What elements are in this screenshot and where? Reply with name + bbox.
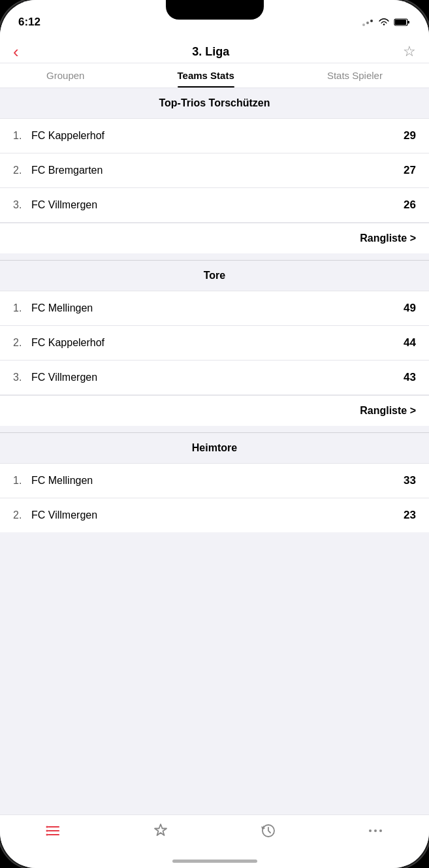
svg-point-0 [362, 24, 365, 26]
rangliste-row[interactable]: Rangliste > [0, 223, 429, 253]
nav-header: ‹ 3. Liga ☆ [0, 35, 429, 63]
svg-point-1 [366, 22, 369, 24]
rangliste-row[interactable]: Rangliste > [0, 395, 429, 426]
team-name: FC Villmergen [31, 199, 404, 211]
stat-value: 33 [404, 474, 416, 487]
bottom-tab-favorites[interactable] [141, 822, 180, 840]
svg-point-2 [370, 20, 373, 22]
svg-rect-5 [395, 20, 406, 25]
rank: 2. [13, 165, 31, 176]
rangliste-link[interactable]: Rangliste > [360, 233, 416, 244]
table-row[interactable]: 2. FC Bremgarten 27 [0, 153, 429, 188]
team-name: FC Mellingen [31, 475, 404, 487]
history-icon [259, 822, 278, 840]
rank: 3. [13, 372, 31, 383]
rank: 1. [13, 130, 31, 142]
svg-point-10 [46, 830, 48, 832]
table-row[interactable]: 1. FC Mellingen 33 [0, 464, 429, 498]
back-button[interactable]: ‹ [13, 40, 24, 63]
home-indicator [172, 860, 257, 863]
section-header-heimtore: Heimtore [0, 433, 429, 464]
team-name: FC Kappelerhof [31, 337, 404, 349]
tab-stats-spieler[interactable]: Stats Spieler [327, 70, 383, 88]
rank: 1. [13, 302, 31, 314]
section-tore: Tore 1. FC Mellingen 49 2. FC Kappelerho… [0, 261, 429, 426]
svg-rect-4 [407, 21, 409, 24]
rank: 1. [13, 475, 31, 487]
stat-value: 27 [404, 164, 416, 177]
status-icons [362, 18, 411, 27]
svg-point-13 [369, 829, 372, 832]
table-row[interactable]: 2. FC Kappelerhof 44 [0, 326, 429, 361]
table-row[interactable]: 2. FC Villmergen 23 [0, 498, 429, 532]
bottom-tab-more[interactable] [356, 822, 395, 840]
table-row[interactable]: 3. FC Villmergen 26 [0, 188, 429, 223]
stat-value: 23 [404, 509, 416, 522]
rank: 2. [13, 509, 31, 521]
team-name: FC Kappelerhof [31, 130, 404, 142]
section-header-tore: Tore [0, 261, 429, 291]
rangliste-link[interactable]: Rangliste > [360, 405, 416, 417]
stat-value: 49 [404, 302, 416, 315]
bottom-tab-history[interactable] [249, 822, 288, 840]
team-name: FC Villmergen [31, 509, 404, 521]
more-icon [366, 822, 385, 840]
table-row[interactable]: 1. FC Mellingen 49 [0, 291, 429, 326]
stat-value: 44 [404, 336, 416, 349]
favorite-button[interactable]: ☆ [398, 40, 416, 63]
team-name: FC Mellingen [31, 302, 404, 314]
rank: 3. [13, 199, 31, 211]
svg-point-15 [379, 829, 382, 832]
table-row[interactable]: 3. FC Villmergen 43 [0, 361, 429, 395]
section-header-top-trios: Top-Trios Torschützen [0, 88, 429, 119]
tab-groupen[interactable]: Groupen [46, 70, 84, 88]
team-name: FC Bremgarten [31, 165, 404, 176]
section-heimtore: Heimtore 1. FC Mellingen 33 2. FC Villme… [0, 433, 429, 532]
status-time: 6:12 [18, 16, 40, 29]
tab-bar: Groupen Teams Stats Stats Spieler [0, 63, 429, 88]
section-top-trios: Top-Trios Torschützen 1. FC Kappelerhof … [0, 88, 429, 253]
page-title: 3. Liga [192, 45, 229, 59]
tab-teams-stats[interactable]: Teams Stats [178, 70, 234, 88]
team-name: FC Villmergen [31, 372, 404, 383]
svg-point-14 [374, 829, 377, 832]
bottom-tab-list[interactable] [34, 822, 73, 840]
list-icon [44, 822, 63, 840]
table-row[interactable]: 1. FC Kappelerhof 29 [0, 119, 429, 153]
svg-point-11 [46, 834, 48, 836]
stat-value: 26 [404, 199, 416, 212]
content-area: Top-Trios Torschützen 1. FC Kappelerhof … [0, 88, 429, 799]
stat-value: 29 [404, 129, 416, 142]
rank: 2. [13, 337, 31, 349]
star-icon [151, 822, 170, 840]
svg-point-9 [46, 826, 48, 828]
stat-value: 43 [404, 371, 416, 384]
